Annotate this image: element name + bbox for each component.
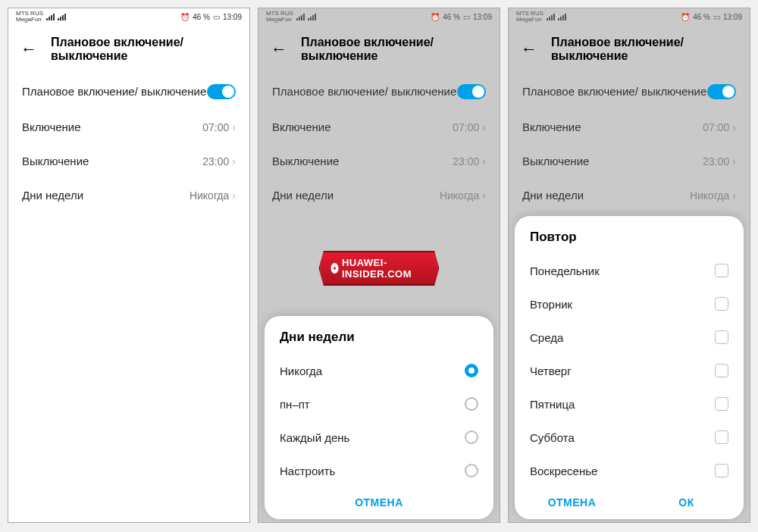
checkbox-icon[interactable] [715,397,728,411]
day-label: Среда [530,331,563,344]
row-off-time[interactable]: Выключение 23:00› [509,144,750,178]
day-monday[interactable]: Понедельник [515,254,744,287]
day-tuesday[interactable]: Вторник [515,287,744,321]
on-value: 07:00 [202,121,229,133]
cancel-button[interactable]: ОТМЕНА [265,496,493,509]
watermark-text: HUAWEI-INSIDER.COM [342,257,428,280]
on-label: Включение [272,120,453,133]
alarm-icon: ⏰ [180,13,190,21]
row-days[interactable]: Дни недели Никогда› [8,178,249,212]
checkbox-icon[interactable] [715,330,728,344]
days-value: Никогда [440,189,479,202]
carrier-2: MegaFon [516,17,543,23]
row-off-time[interactable]: Выключение 23:00› [8,144,249,178]
option-everyday[interactable]: Каждый день [265,421,493,454]
day-sunday[interactable]: Воскресенье [515,454,744,487]
page-header: ← Плановое включение/выключение [509,25,750,74]
signal-icon [296,14,305,20]
on-label: Включение [522,120,703,133]
page-title: Плановое включение/выключение [551,36,738,63]
off-label: Выключение [22,155,202,167]
row-on-time[interactable]: Включение 07:00› [258,110,500,144]
on-value: 07:00 [453,121,479,133]
row-off-time[interactable]: Выключение 23:00› [258,144,500,178]
battery-pct: 46 % [193,13,210,21]
toggle-switch[interactable] [457,84,486,99]
chevron-right-icon: › [482,189,486,202]
status-bar: MTS RUS MegaFon ⏰ 46 % ▭ 13:09 [509,8,750,25]
day-thursday[interactable]: Четверг [515,354,744,387]
back-icon[interactable]: ← [521,41,537,58]
sheet-repeat: Повтор Понедельник Вторник Среда Четверг… [515,216,744,519]
checkbox-icon[interactable] [715,464,728,477]
off-value: 23:00 [703,155,729,167]
chevron-right-icon: › [482,155,486,167]
phone-screen-1: MTS RUS MegaFon ⏰ 46 % ▭ 13:09 ← Планово… [8,8,250,523]
phone-screen-3: MTS RUS MegaFon ⏰ 46 % ▭ 13:09 ← Планово… [508,8,750,523]
option-never[interactable]: Никогда [265,354,493,387]
battery-icon: ▭ [463,13,470,21]
off-label: Выключение [272,155,453,167]
row-toggle[interactable]: Плановое включение/ выключение [8,74,249,110]
day-label: Четверг [530,365,572,377]
day-label: Суббота [530,431,575,444]
checkbox-icon[interactable] [715,297,728,311]
option-weekdays[interactable]: пн–пт [265,387,493,421]
day-saturday[interactable]: Суббота [515,421,744,454]
status-bar: MTS RUS MegaFon ⏰ 46 % ▭ 13:09 [258,8,500,25]
status-bar: MTS RUS MegaFon ⏰ 46 % ▭ 13:09 [8,8,249,25]
carrier-2: MegaFon [266,17,293,23]
days-label: Дни недели [22,189,190,202]
page-header: ← Плановое включение/выключение [258,25,500,74]
back-icon[interactable]: ← [20,41,37,58]
option-custom[interactable]: Настроить [265,454,493,487]
battery-icon: ▭ [713,13,720,21]
chevron-right-icon: › [732,155,736,167]
battery-pct: 46 % [443,13,460,21]
clock: 13:09 [723,13,742,21]
day-wednesday[interactable]: Среда [515,321,744,354]
battery-pct: 46 % [693,13,710,21]
chevron-right-icon: › [732,189,736,202]
cancel-button[interactable]: ОТМЕНА [515,496,629,509]
days-value: Никогда [190,189,229,202]
back-icon[interactable]: ← [271,41,287,58]
radio-selected-icon [465,364,478,377]
option-label: Настроить [280,465,335,477]
day-label: Вторник [530,298,572,311]
signal-icon [558,14,566,20]
huawei-logo-icon [331,263,339,274]
toggle-switch[interactable] [707,84,736,99]
days-label: Дни недели [272,189,440,202]
off-value: 23:00 [453,155,479,167]
checkbox-icon[interactable] [715,264,728,277]
battery-icon: ▭ [213,13,220,21]
row-toggle[interactable]: Плановое включение/ выключение [509,74,750,110]
carrier-2: MegaFon [16,17,43,23]
row-days[interactable]: Дни недели Никогда› [258,178,500,212]
alarm-icon: ⏰ [681,13,690,21]
row-on-time[interactable]: Включение 07:00› [8,110,249,144]
sheet-title: Дни недели [265,316,493,354]
days-label: Дни недели [522,189,690,202]
watermark-badge: HUAWEI-INSIDER.COM [319,251,440,286]
row-days[interactable]: Дни недели Никогда› [509,178,750,212]
ok-button[interactable]: ОК [629,496,744,509]
toggle-switch[interactable] [207,84,236,99]
checkbox-icon[interactable] [715,364,728,377]
row-on-time[interactable]: Включение 07:00› [509,110,750,144]
radio-icon [465,430,478,444]
clock: 13:09 [473,13,492,21]
day-label: Воскресенье [530,465,597,477]
chevron-right-icon: › [232,121,236,133]
checkbox-icon[interactable] [715,430,728,444]
day-label: Понедельник [530,264,600,277]
toggle-label: Плановое включение/ выключение [272,84,457,99]
chevron-right-icon: › [232,155,236,167]
day-friday[interactable]: Пятница [515,387,744,421]
signal-icon [58,14,66,20]
row-toggle[interactable]: Плановое включение/ выключение [258,74,500,110]
radio-icon [465,397,478,411]
chevron-right-icon: › [482,121,486,133]
signal-icon [308,14,316,20]
